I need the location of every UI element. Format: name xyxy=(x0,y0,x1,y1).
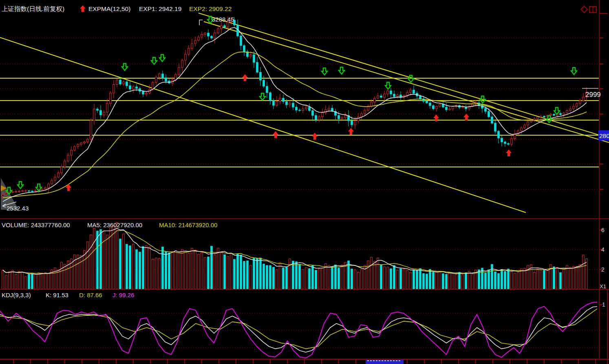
price-tag: 280 xyxy=(598,130,609,140)
kdj-axis-tick: 1 xyxy=(602,301,605,308)
stock-chart-window: 上证指数(日线.前复权) EXPMA(12,50) EXP1: 2942.19 … xyxy=(0,0,609,364)
main-pane[interactable] xyxy=(0,0,599,219)
kdj-pane[interactable] xyxy=(0,289,599,359)
right-axis-labels: 6 4 2 X1 1 xyxy=(600,227,606,308)
volume-axis-tick-2: 2 xyxy=(601,266,605,273)
volume-axis-unit: X1 xyxy=(600,283,606,289)
chart-canvas: 上证指数(日线.前复权) EXPMA(12,50) EXP1: 2942.19 … xyxy=(0,0,609,364)
volume-axis-tick-4: 4 xyxy=(601,246,605,253)
volume-axis-tick-6: 6 xyxy=(601,227,605,233)
volume-pane[interactable] xyxy=(0,219,599,289)
price-tag-label: 280 xyxy=(599,132,609,139)
